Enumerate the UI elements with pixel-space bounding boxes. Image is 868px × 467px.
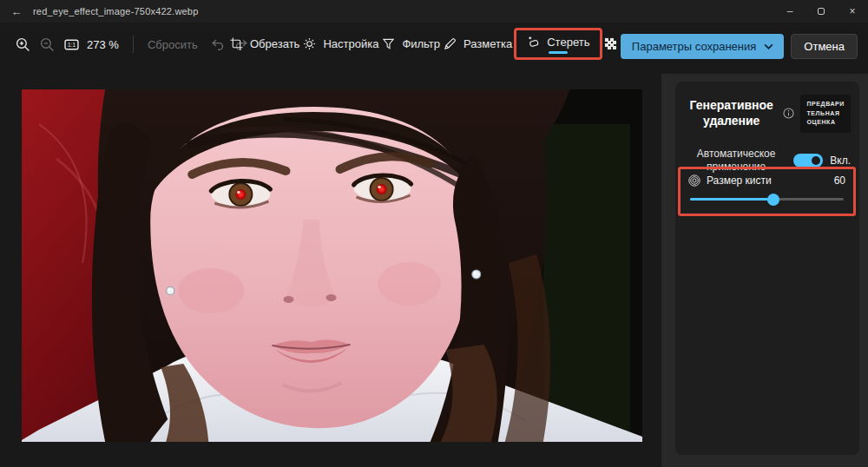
zoom-in-icon bbox=[16, 37, 30, 52]
minimize-button[interactable]: – bbox=[774, 0, 806, 23]
save-options-label: Параметры сохранения bbox=[632, 40, 757, 53]
background-icon bbox=[604, 37, 617, 50]
info-button[interactable] bbox=[783, 108, 794, 119]
tab-label: Обрезать bbox=[250, 37, 299, 50]
preview-badge-line: ПРЕДВАРИ bbox=[806, 100, 845, 109]
maximize-button[interactable] bbox=[806, 0, 837, 23]
maximize-icon bbox=[818, 8, 825, 15]
tab-markup[interactable]: Разметка bbox=[442, 30, 514, 58]
minimize-icon: – bbox=[787, 5, 793, 17]
preview-badge-line: ОЦЕНКА bbox=[806, 118, 845, 128]
generative-erase-header: Генеративное удаление ПРЕДВАРИ ТЕЛЬНАЯ О… bbox=[675, 82, 859, 136]
svg-text:1:1: 1:1 bbox=[68, 42, 76, 48]
annotation-brush-size: Размер кисти 60 bbox=[678, 167, 856, 216]
auto-apply-toggle[interactable] bbox=[793, 154, 823, 168]
editor-tabs: Обрезать Настройка Фильтр Разметка Стере… bbox=[228, 28, 641, 60]
auto-apply-state: Вкл. bbox=[830, 155, 851, 167]
zoom-out-icon bbox=[40, 37, 55, 52]
filter-icon bbox=[382, 37, 395, 50]
brush-size-slider[interactable] bbox=[690, 192, 844, 207]
photo-image bbox=[22, 89, 642, 442]
tab-crop[interactable]: Обрезать bbox=[228, 30, 301, 58]
undo-icon bbox=[210, 37, 225, 52]
tab-erase[interactable]: Стереть bbox=[525, 31, 591, 51]
pen-icon bbox=[444, 37, 457, 50]
erase-panel: Генеративное удаление ПРЕДВАРИ ТЕЛЬНАЯ О… bbox=[661, 74, 868, 467]
active-tab-indicator bbox=[549, 51, 568, 54]
undo-button[interactable] bbox=[206, 32, 230, 56]
annotation-erase-tab: Стереть bbox=[514, 28, 602, 60]
actual-size-button[interactable]: 1:1 bbox=[59, 32, 83, 56]
preview-badge: ПРЕДВАРИ ТЕЛЬНАЯ ОЦЕНКА bbox=[800, 95, 851, 133]
tab-label: Фильтр bbox=[402, 37, 440, 50]
toolbar-divider bbox=[133, 36, 134, 53]
toolbar-actions: Параметры сохранения Отмена bbox=[621, 34, 858, 59]
eraser-icon bbox=[527, 36, 540, 49]
generative-erase-card: Генеративное удаление ПРЕДВАРИ ТЕЛЬНАЯ О… bbox=[675, 82, 859, 455]
crop-icon bbox=[230, 37, 243, 50]
preview-badge-line: ТЕЛЬНАЯ bbox=[806, 109, 845, 119]
zoom-level: 273 % bbox=[87, 38, 119, 51]
window-title: red_eye_effect_image-750x422.webp bbox=[33, 6, 198, 16]
tab-adjust[interactable]: Настройка bbox=[301, 30, 380, 58]
slider-fill bbox=[690, 198, 773, 201]
toggle-knob bbox=[812, 156, 820, 165]
brush-size-icon bbox=[688, 174, 700, 187]
brush-size-value: 60 bbox=[834, 174, 845, 187]
titlebar: ← red_eye_effect_image-750x422.webp – × bbox=[0, 0, 868, 23]
reset-button[interactable]: Сбросить bbox=[140, 38, 206, 51]
zoom-out-button[interactable] bbox=[35, 32, 59, 56]
back-button[interactable]: ← bbox=[0, 0, 33, 23]
info-icon bbox=[783, 108, 794, 119]
tab-label: Стереть bbox=[547, 36, 589, 49]
tab-label: Настройка bbox=[323, 37, 378, 50]
close-button[interactable]: × bbox=[837, 0, 868, 23]
generative-erase-title: Генеративное удаление bbox=[686, 98, 777, 128]
zoom-in-button[interactable] bbox=[10, 32, 35, 56]
photo-canvas[interactable] bbox=[22, 89, 642, 442]
brightness-icon bbox=[303, 37, 316, 50]
tab-filter[interactable]: Фильтр bbox=[380, 30, 442, 58]
photos-editor-window: ← red_eye_effect_image-750x422.webp – × … bbox=[0, 0, 868, 467]
slider-thumb[interactable] bbox=[767, 194, 779, 206]
window-controls: – × bbox=[774, 0, 868, 23]
cancel-button[interactable]: Отмена bbox=[791, 34, 858, 59]
tab-label: Разметка bbox=[464, 37, 512, 50]
close-icon: × bbox=[849, 5, 855, 17]
chevron-down-icon bbox=[764, 43, 773, 49]
actual-size-icon: 1:1 bbox=[64, 37, 79, 52]
zoom-controls: 1:1 273 % Сбросить bbox=[10, 32, 254, 56]
save-options-button[interactable]: Параметры сохранения bbox=[621, 34, 785, 59]
brush-size-row: Размер кисти 60 bbox=[688, 174, 845, 187]
brush-size-label: Размер кисти bbox=[707, 174, 828, 187]
toolbar: 1:1 273 % Сбросить Обрезать Настройка bbox=[0, 23, 868, 68]
